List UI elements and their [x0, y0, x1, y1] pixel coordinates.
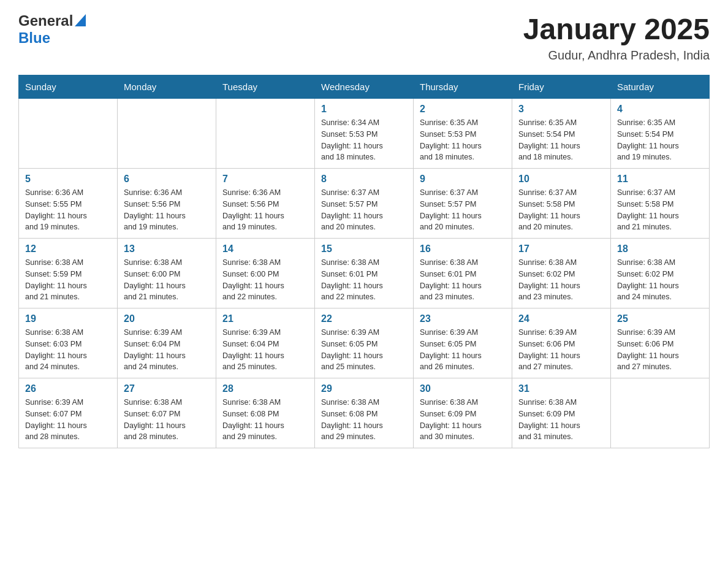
day-info: Sunrise: 6:38 AMSunset: 6:08 PMDaylight:…	[222, 397, 308, 443]
calendar-week-row: 26Sunrise: 6:39 AMSunset: 6:07 PMDayligh…	[19, 378, 710, 448]
day-info: Sunrise: 6:37 AMSunset: 5:58 PMDaylight:…	[518, 187, 604, 233]
weekday-header-friday: Friday	[512, 75, 611, 99]
day-number: 20	[124, 313, 210, 324]
weekday-header-monday: Monday	[118, 75, 216, 99]
day-info: Sunrise: 6:35 AMSunset: 5:54 PMDaylight:…	[518, 117, 604, 163]
day-info: Sunrise: 6:38 AMSunset: 6:01 PMDaylight:…	[420, 257, 506, 303]
day-number: 24	[518, 313, 604, 324]
day-number: 2	[420, 104, 506, 115]
day-number: 25	[617, 313, 703, 324]
calendar-day-cell: 23Sunrise: 6:39 AMSunset: 6:05 PMDayligh…	[414, 308, 512, 378]
month-title: January 2025	[523, 12, 710, 46]
calendar-day-cell: 20Sunrise: 6:39 AMSunset: 6:04 PMDayligh…	[118, 308, 216, 378]
day-number: 6	[124, 174, 210, 185]
calendar-day-cell: 25Sunrise: 6:39 AMSunset: 6:06 PMDayligh…	[611, 308, 710, 378]
day-number: 15	[321, 243, 407, 255]
weekday-header-wednesday: Wednesday	[315, 75, 414, 99]
day-number: 1	[321, 104, 407, 115]
calendar-day-cell: 28Sunrise: 6:38 AMSunset: 6:08 PMDayligh…	[216, 378, 315, 448]
weekday-header-thursday: Thursday	[414, 75, 512, 99]
day-number: 22	[321, 313, 407, 324]
day-info: Sunrise: 6:39 AMSunset: 6:06 PMDaylight:…	[617, 327, 703, 373]
calendar-day-cell: 30Sunrise: 6:38 AMSunset: 6:09 PMDayligh…	[414, 378, 512, 448]
calendar-day-cell: 3Sunrise: 6:35 AMSunset: 5:54 PMDaylight…	[512, 99, 611, 169]
day-info: Sunrise: 6:37 AMSunset: 5:57 PMDaylight:…	[321, 187, 407, 233]
calendar-day-cell: 29Sunrise: 6:38 AMSunset: 6:08 PMDayligh…	[315, 378, 414, 448]
weekday-header-tuesday: Tuesday	[216, 75, 315, 99]
calendar-day-cell: 1Sunrise: 6:34 AMSunset: 5:53 PMDaylight…	[315, 99, 414, 169]
calendar-table: SundayMondayTuesdayWednesdayThursdayFrid…	[18, 75, 710, 448]
day-info: Sunrise: 6:35 AMSunset: 5:54 PMDaylight:…	[617, 117, 703, 163]
day-number: 31	[518, 383, 604, 394]
day-number: 18	[617, 243, 703, 255]
day-number: 14	[222, 243, 308, 255]
calendar-week-row: 19Sunrise: 6:38 AMSunset: 6:03 PMDayligh…	[19, 308, 710, 378]
calendar-day-cell: 11Sunrise: 6:37 AMSunset: 5:58 PMDayligh…	[611, 169, 710, 239]
calendar-day-cell: 2Sunrise: 6:35 AMSunset: 5:53 PMDaylight…	[414, 99, 512, 169]
calendar-day-cell	[611, 378, 710, 448]
calendar-day-cell: 22Sunrise: 6:39 AMSunset: 6:05 PMDayligh…	[315, 308, 414, 378]
day-number: 13	[124, 243, 210, 255]
day-info: Sunrise: 6:38 AMSunset: 6:02 PMDaylight:…	[617, 257, 703, 303]
day-number: 27	[124, 383, 210, 394]
day-number: 28	[222, 383, 308, 394]
calendar-day-cell: 13Sunrise: 6:38 AMSunset: 6:00 PMDayligh…	[118, 239, 216, 308]
day-number: 12	[25, 243, 111, 255]
calendar-day-cell: 31Sunrise: 6:38 AMSunset: 6:09 PMDayligh…	[512, 378, 611, 448]
logo-triangle-icon	[75, 14, 86, 29]
day-number: 8	[321, 174, 407, 185]
logo-blue-text: Blue	[18, 29, 50, 46]
calendar-day-cell: 6Sunrise: 6:36 AMSunset: 5:56 PMDaylight…	[118, 169, 216, 239]
calendar-week-row: 5Sunrise: 6:36 AMSunset: 5:55 PMDaylight…	[19, 169, 710, 239]
day-info: Sunrise: 6:37 AMSunset: 5:58 PMDaylight:…	[617, 187, 703, 233]
day-number: 23	[420, 313, 506, 324]
day-number: 16	[420, 243, 506, 255]
day-number: 4	[617, 104, 703, 115]
calendar-day-cell: 5Sunrise: 6:36 AMSunset: 5:55 PMDaylight…	[19, 169, 118, 239]
day-info: Sunrise: 6:38 AMSunset: 5:59 PMDaylight:…	[25, 257, 111, 303]
day-number: 19	[25, 313, 111, 324]
day-number: 29	[321, 383, 407, 394]
calendar-week-row: 1Sunrise: 6:34 AMSunset: 5:53 PMDaylight…	[19, 99, 710, 169]
day-info: Sunrise: 6:38 AMSunset: 6:02 PMDaylight:…	[518, 257, 604, 303]
day-info: Sunrise: 6:38 AMSunset: 6:00 PMDaylight:…	[222, 257, 308, 303]
day-info: Sunrise: 6:38 AMSunset: 6:00 PMDaylight:…	[124, 257, 210, 303]
day-number: 17	[518, 243, 604, 255]
location-title: Gudur, Andhra Pradesh, India	[523, 48, 710, 63]
day-number: 11	[617, 174, 703, 185]
calendar-day-cell: 17Sunrise: 6:38 AMSunset: 6:02 PMDayligh…	[512, 239, 611, 308]
calendar-day-cell: 15Sunrise: 6:38 AMSunset: 6:01 PMDayligh…	[315, 239, 414, 308]
day-number: 10	[518, 174, 604, 185]
day-number: 26	[25, 383, 111, 394]
calendar-day-cell: 7Sunrise: 6:36 AMSunset: 5:56 PMDaylight…	[216, 169, 315, 239]
calendar-week-row: 12Sunrise: 6:38 AMSunset: 5:59 PMDayligh…	[19, 239, 710, 308]
day-number: 30	[420, 383, 506, 394]
calendar-day-cell	[19, 99, 118, 169]
calendar-day-cell	[216, 99, 315, 169]
calendar-day-cell: 9Sunrise: 6:37 AMSunset: 5:57 PMDaylight…	[414, 169, 512, 239]
calendar-day-cell: 10Sunrise: 6:37 AMSunset: 5:58 PMDayligh…	[512, 169, 611, 239]
calendar-day-cell: 19Sunrise: 6:38 AMSunset: 6:03 PMDayligh…	[19, 308, 118, 378]
calendar-day-cell	[118, 99, 216, 169]
day-info: Sunrise: 6:36 AMSunset: 5:55 PMDaylight:…	[25, 187, 111, 233]
day-info: Sunrise: 6:39 AMSunset: 6:06 PMDaylight:…	[518, 327, 604, 373]
calendar-day-cell: 12Sunrise: 6:38 AMSunset: 5:59 PMDayligh…	[19, 239, 118, 308]
day-info: Sunrise: 6:38 AMSunset: 6:09 PMDaylight:…	[518, 397, 604, 443]
day-number: 5	[25, 174, 111, 185]
calendar-day-cell: 14Sunrise: 6:38 AMSunset: 6:00 PMDayligh…	[216, 239, 315, 308]
day-info: Sunrise: 6:34 AMSunset: 5:53 PMDaylight:…	[321, 117, 407, 163]
calendar-day-cell: 16Sunrise: 6:38 AMSunset: 6:01 PMDayligh…	[414, 239, 512, 308]
logo-general-text: General	[18, 12, 73, 29]
day-info: Sunrise: 6:39 AMSunset: 6:05 PMDaylight:…	[420, 327, 506, 373]
day-info: Sunrise: 6:39 AMSunset: 6:07 PMDaylight:…	[25, 397, 111, 443]
day-info: Sunrise: 6:38 AMSunset: 6:07 PMDaylight:…	[124, 397, 210, 443]
logo: General Blue	[18, 12, 86, 47]
day-info: Sunrise: 6:38 AMSunset: 6:08 PMDaylight:…	[321, 397, 407, 443]
calendar-day-cell: 21Sunrise: 6:39 AMSunset: 6:04 PMDayligh…	[216, 308, 315, 378]
weekday-header-saturday: Saturday	[611, 75, 710, 99]
day-info: Sunrise: 6:35 AMSunset: 5:53 PMDaylight:…	[420, 117, 506, 163]
day-info: Sunrise: 6:36 AMSunset: 5:56 PMDaylight:…	[222, 187, 308, 233]
calendar-day-cell: 18Sunrise: 6:38 AMSunset: 6:02 PMDayligh…	[611, 239, 710, 308]
page-header: General Blue January 2025 Gudur, Andhra …	[18, 12, 710, 63]
day-number: 3	[518, 104, 604, 115]
